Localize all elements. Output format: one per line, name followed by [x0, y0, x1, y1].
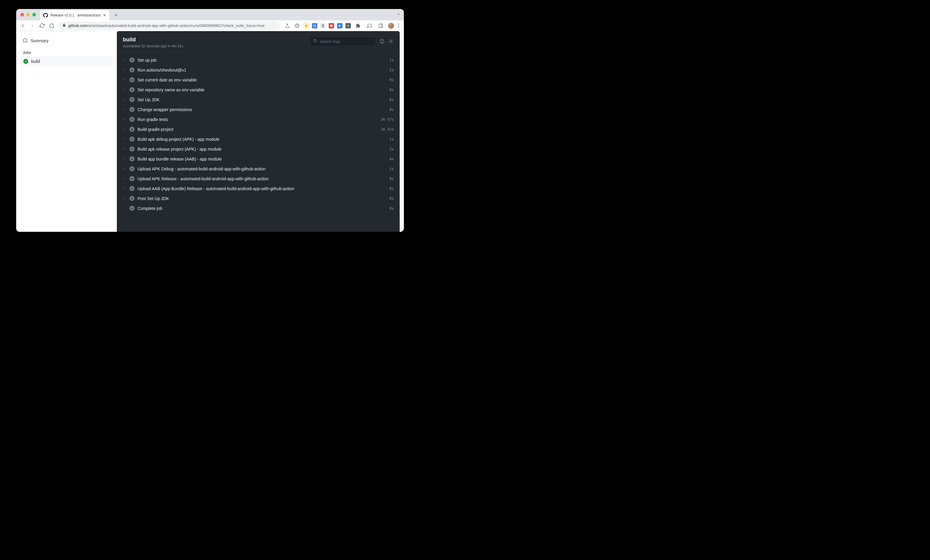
step-success-icon [129, 176, 134, 181]
browser-menu-button[interactable] [397, 23, 400, 29]
summary-link[interactable]: Summary [20, 36, 112, 45]
step-name: Set current date as env variable [137, 78, 390, 82]
chevron-right-icon [123, 197, 127, 200]
svg-rect-0 [305, 25, 307, 27]
step-success-icon [129, 196, 134, 201]
step-duration: 2s [390, 147, 394, 151]
step-name: Upload APK Debug - automated-build-andro… [137, 166, 390, 171]
extension-icons: G [302, 22, 402, 30]
search-logs[interactable] [310, 37, 376, 46]
extension-icon[interactable]: G [312, 23, 317, 28]
step-name: Build app bundle release (AAB) - app mod… [137, 157, 390, 162]
step-row[interactable]: Build apk release project (APK) - app mo… [117, 144, 400, 154]
step-row[interactable]: Complete job 0s [117, 203, 400, 213]
step-row[interactable]: Run gradle tests 2m 37s [117, 114, 400, 124]
bookmark-button[interactable] [293, 22, 301, 30]
step-name: Run gradle tests [137, 117, 381, 122]
step-duration: 4s [390, 157, 394, 161]
step-duration: 1s [390, 68, 394, 72]
job-subtitle: succeeded 32 seconds ago in 4m 41s [123, 44, 183, 48]
job-item-build[interactable]: build [20, 57, 112, 66]
tab-close-button[interactable]: ✕ [103, 13, 106, 18]
step-duration: 6s [390, 98, 394, 102]
new-tab-button[interactable]: + [112, 11, 120, 20]
sidepanel-button[interactable] [377, 22, 385, 30]
forward-button[interactable] [28, 22, 37, 30]
step-duration: 0s [390, 108, 394, 112]
address-text: github.com/amirisback/automated-build-an… [68, 23, 265, 28]
step-name: Post Set Up JDK [137, 196, 390, 201]
chevron-right-icon [123, 207, 127, 210]
lock-icon [62, 23, 66, 28]
chevron-right-icon [123, 187, 127, 191]
step-success-icon [129, 127, 134, 132]
minimize-window-button[interactable] [26, 13, 30, 17]
step-success-icon [129, 107, 134, 112]
job-panel: build succeeded 32 seconds ago in 4m 41s [117, 31, 400, 232]
extension-icon[interactable] [345, 23, 351, 28]
settings-button[interactable] [388, 38, 394, 44]
job-header: build succeeded 32 seconds ago in 4m 41s [117, 31, 400, 53]
search-logs-input[interactable] [320, 39, 373, 44]
step-name: Run actions/checkout@v1 [137, 68, 390, 72]
home-button[interactable] [47, 22, 56, 30]
rerun-button[interactable] [379, 38, 385, 44]
reload-button[interactable] [38, 22, 46, 30]
tabs-dropdown-button[interactable] [397, 12, 400, 17]
svg-rect-5 [379, 24, 383, 28]
step-duration: 0s [390, 78, 394, 82]
svg-point-4 [367, 27, 368, 27]
maximize-window-button[interactable] [32, 13, 36, 17]
step-row[interactable]: Set Up JDK 6s [117, 95, 400, 105]
step-duration: 1s [390, 137, 394, 142]
tab-bar: Release v2.0.1 · amirisback/aut ✕ + [16, 9, 404, 20]
step-name: Upload AAB (App Bundle) Release - automa… [137, 186, 390, 191]
step-row[interactable]: Set up job 1s [117, 55, 400, 65]
step-row[interactable]: Set current date as env variable 0s [117, 75, 400, 85]
svg-point-8 [390, 41, 392, 42]
extension-icon[interactable] [303, 23, 309, 28]
close-window-button[interactable] [20, 13, 24, 17]
step-duration: 1s [390, 167, 394, 171]
extension-icon[interactable] [337, 23, 342, 28]
step-row[interactable]: Build apk debug project (APK) - app modu… [117, 134, 400, 144]
step-duration: 0s [390, 186, 394, 191]
success-check-icon [23, 59, 28, 64]
chevron-right-icon [123, 108, 127, 111]
extensions-button[interactable] [354, 22, 362, 30]
step-row[interactable]: Upload APK Release - automated-build-and… [117, 174, 400, 183]
address-bar[interactable]: github.com/amirisback/automated-build-an… [59, 22, 280, 30]
step-success-icon [129, 87, 134, 92]
chevron-right-icon [123, 137, 127, 141]
share-button[interactable] [283, 22, 291, 30]
chevron-right-icon [123, 147, 127, 151]
steps-list: Set up job 1s Run actions/checkout@v1 1s… [117, 53, 400, 215]
step-row[interactable]: Run actions/checkout@v1 1s [117, 65, 400, 75]
profile-avatar[interactable] [388, 23, 394, 29]
step-success-icon [129, 57, 134, 63]
back-button[interactable] [18, 22, 27, 30]
svg-rect-2 [339, 25, 340, 26]
chevron-right-icon [123, 128, 127, 131]
summary-label: Summary [31, 38, 49, 43]
extension-icon[interactable] [329, 23, 334, 28]
chevron-right-icon [123, 167, 127, 171]
summary-icon [23, 38, 28, 43]
browser-tab[interactable]: Release v2.0.1 · amirisback/aut ✕ [40, 10, 109, 20]
step-row[interactable]: Change wrapper permissions 0s [117, 105, 400, 114]
extension-icon[interactable] [320, 23, 326, 28]
svg-point-3 [348, 25, 349, 26]
step-success-icon [129, 137, 134, 142]
step-row[interactable]: Post Set Up JDK 0s [117, 194, 400, 203]
step-row[interactable]: Build app bundle release (AAB) - app mod… [117, 154, 400, 164]
step-success-icon [129, 156, 134, 162]
step-success-icon [129, 206, 134, 211]
step-row[interactable]: Set repository name as env variable 0s [117, 85, 400, 95]
step-row[interactable]: Upload AAB (App Bundle) Release - automa… [117, 183, 400, 194]
step-row[interactable]: Upload APK Debug - automated-build-andro… [117, 164, 400, 174]
step-duration: 1m 42s [381, 127, 394, 131]
cast-button[interactable] [365, 22, 374, 30]
chevron-right-icon [123, 98, 127, 102]
step-row[interactable]: Build gradle project 1m 42s [117, 124, 400, 134]
tab-title: Release v2.0.1 · amirisback/aut [50, 13, 100, 17]
